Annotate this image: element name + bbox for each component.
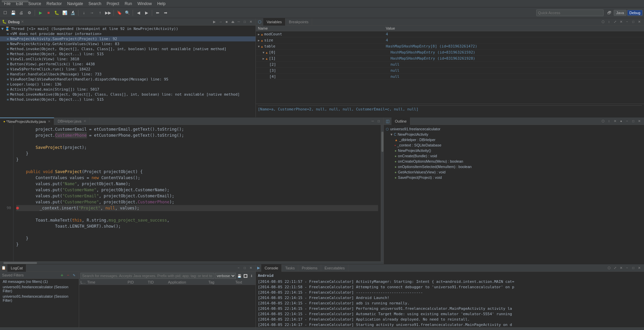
outline-item-context[interactable]: ▪ _context : SQLiteDatabase xyxy=(384,142,644,148)
debug-minimize-btn[interactable]: ─ xyxy=(236,19,241,25)
debug-stop-btn[interactable]: ■ xyxy=(224,19,229,25)
var-action-3[interactable]: ⤢ xyxy=(612,19,618,25)
logcat-btn-3[interactable]: ⬇ xyxy=(249,273,254,278)
console-action-2[interactable]: ⤢ xyxy=(612,265,618,271)
outline-item-onoptionsitem[interactable]: ● onOptionsItemSelected(MenuItem) : bool… xyxy=(384,164,644,169)
console-action-1[interactable]: ⬡ xyxy=(606,265,612,271)
stack-item-2[interactable]: ≡ NewProjectActivity.GetActionValues(Vie… xyxy=(0,41,256,46)
editor-maximize[interactable]: □ xyxy=(376,119,381,124)
var-action-7[interactable]: ✕ xyxy=(637,19,642,25)
debug-thread[interactable]: ▼ 🧵 Thread [<1> main] (Suspended (breakp… xyxy=(0,26,256,31)
debug-maximize-btn[interactable]: □ xyxy=(242,19,247,25)
var-row-table[interactable]: ▼ ▲ table HashMapSHashMapEntry[8] (id=83… xyxy=(256,43,644,50)
stack-item-5[interactable]: ≡ ViewS1.onClick(View) line: 3818 xyxy=(0,57,256,62)
stack-item-8[interactable]: ≡ Handler.handleCallback(Message) line: … xyxy=(0,72,256,77)
logcat-action-1[interactable]: − xyxy=(236,265,241,271)
var-row-2[interactable]: [2] null xyxy=(256,62,644,68)
console-action-5[interactable]: □ xyxy=(631,265,636,271)
properties-button[interactable]: ⚙ xyxy=(26,9,33,16)
save-button[interactable]: 💾 xyxy=(9,9,17,16)
stop-button[interactable]: ■ xyxy=(45,9,52,16)
console-action-4[interactable]: − xyxy=(624,265,630,271)
run-button[interactable]: ▶ xyxy=(37,9,44,16)
stack-item-1[interactable]: ≡ NewProjectActivity.SaveProject(Project… xyxy=(0,36,256,41)
outline-action-1[interactable]: ⬡ xyxy=(600,119,606,124)
editor-scrollbar-v[interactable] xyxy=(381,125,383,261)
stack-item-11[interactable]: ≡ ActivityThread.main(String[]) line: 50… xyxy=(0,87,256,92)
menu-search[interactable]: Search xyxy=(86,1,104,6)
step-into-button[interactable]: ↓ xyxy=(80,9,88,16)
tab-variables[interactable]: Variables xyxy=(263,18,285,26)
outline-item-getactionvalues[interactable]: ● GetActionValues(View) : void xyxy=(384,169,644,175)
tab-console[interactable]: Console xyxy=(261,264,282,272)
var-row-1[interactable]: ▶ ▲ [1] HashMapSHashMapEntry (id=8319632… xyxy=(256,56,644,62)
close-dbhelper[interactable]: ✕ xyxy=(83,119,86,123)
stack-item-6[interactable]: ≡ Button(View).performClick() line: 4438 xyxy=(0,62,256,67)
debug-close-btn[interactable]: ✕ xyxy=(248,19,253,25)
close-newprojectactivity[interactable]: ✕ xyxy=(48,120,50,123)
coverage-button[interactable]: 🔬 xyxy=(69,9,76,16)
filter-item-all[interactable]: All messages (no filters) (1) xyxy=(0,279,79,284)
tab-executables[interactable]: Executables xyxy=(321,264,348,272)
logcat-action-2[interactable]: □ xyxy=(242,265,247,271)
back-button[interactable]: ◀ xyxy=(135,9,142,16)
debug-resume-btn[interactable]: ▶ xyxy=(212,19,217,25)
quick-access-input[interactable] xyxy=(536,9,604,16)
outline-item-class[interactable]: ▼ C NewProjectActivity xyxy=(384,132,644,137)
menu-run[interactable]: Run xyxy=(122,1,135,6)
tab-problems[interactable]: Problems xyxy=(298,264,321,272)
outline-item-dbhelper[interactable]: ▲ _dbHelper : DBHelper xyxy=(384,137,644,142)
perspective-java[interactable]: Java xyxy=(614,10,626,16)
logcat-btn-2[interactable]: 🔳 xyxy=(243,273,248,278)
tab-logcat[interactable]: LogCat xyxy=(7,264,26,272)
outline-action-5[interactable]: − xyxy=(624,119,630,124)
debug-button[interactable]: 🐛 xyxy=(53,9,60,16)
outline-item-oncreate[interactable]: ● onCreate(Bundle) : void xyxy=(384,153,644,159)
bookmark-button[interactable]: 🔖 xyxy=(115,9,123,16)
stack-item-10[interactable]: ≡ Looper.loop() line: 136 xyxy=(0,82,256,87)
console-action-3[interactable]: ✕ xyxy=(618,265,624,271)
stack-item-12[interactable]: ≡ Method.invokeNative(Object, Object[], … xyxy=(0,92,256,97)
search-toolbar-button[interactable]: 🔍 xyxy=(124,9,131,16)
tab-newprojectactivity[interactable]: ● *NewProjectActivity.java ✕ xyxy=(0,118,54,125)
outline-item-saveproject[interactable]: ● SaveProject(Project) : void xyxy=(384,175,644,180)
outline-action-7[interactable]: ✕ xyxy=(637,119,642,124)
tab-outline[interactable]: Outline xyxy=(392,118,410,125)
perspective-debug[interactable]: Debug xyxy=(627,10,643,16)
resume-button[interactable]: ▶▶ xyxy=(104,9,112,16)
stack-item-9[interactable]: ≡ ViewRootImpl$ViewRootHandler(Handler).… xyxy=(0,77,256,82)
step-over-button[interactable]: → xyxy=(88,9,96,16)
stack-item-13[interactable]: ≡ Method.invoke(Object, Object...) line:… xyxy=(0,97,256,102)
outline-action-4[interactable]: ● xyxy=(618,119,624,124)
outline-action-6[interactable]: □ xyxy=(631,119,636,124)
var-row-modcount[interactable]: ▶ ▲ modCount 4 xyxy=(256,31,644,37)
logcat-search-input[interactable] xyxy=(80,273,214,279)
var-action-2[interactable]: ↕ xyxy=(606,19,612,25)
filter-add-btn[interactable]: + xyxy=(59,272,65,278)
stack-item-3[interactable]: ≡ Method.invoke(Object, Object[], Class,… xyxy=(0,46,256,52)
tab-tasks[interactable]: Tasks xyxy=(282,264,298,272)
menu-project[interactable]: Project xyxy=(104,1,122,6)
var-action-4[interactable]: ✕ xyxy=(618,19,624,25)
profile-button[interactable]: 📊 xyxy=(61,9,68,16)
filter-edit-btn[interactable]: ✎ xyxy=(71,272,77,278)
filter-item-2[interactable]: universo91.freelancecalculator (Session … xyxy=(0,294,79,303)
next-edit-button[interactable]: ➡ xyxy=(162,9,169,16)
console-action-6[interactable]: ✕ xyxy=(637,265,642,271)
minimize-window[interactable]: 🗗 xyxy=(606,9,613,16)
var-row-0[interactable]: ▼ ▲ [0] HashMapSHashMapEntry (id=8319632… xyxy=(256,50,644,56)
outline-item-package[interactable]: ⬡ universo91.freelancecalculator xyxy=(384,126,644,132)
forward-button[interactable]: ▶ xyxy=(143,9,150,16)
outline-action-2[interactable]: ↕ xyxy=(606,119,612,124)
logcat-action-3[interactable]: ✕ xyxy=(248,265,253,271)
var-row-4[interactable]: [4] null xyxy=(256,74,644,80)
editor-scrollbar-h[interactable] xyxy=(0,261,383,264)
outline-item-oncreateoptions[interactable]: ● onCreateOptionsMenu(Menu) : boolean xyxy=(384,159,644,164)
tab-breakpoints[interactable]: Breakpoints xyxy=(285,18,312,26)
editor-minimize[interactable]: ─ xyxy=(370,119,375,124)
filter-item-1[interactable]: universo91.freelancecalculator (Session … xyxy=(0,284,79,294)
var-action-1[interactable]: ⬡ xyxy=(600,19,606,25)
debug-disconnect-btn[interactable]: ⏏ xyxy=(230,19,235,25)
filter-remove-btn[interactable]: − xyxy=(65,272,71,278)
step-return-button[interactable]: ↑ xyxy=(96,9,104,16)
